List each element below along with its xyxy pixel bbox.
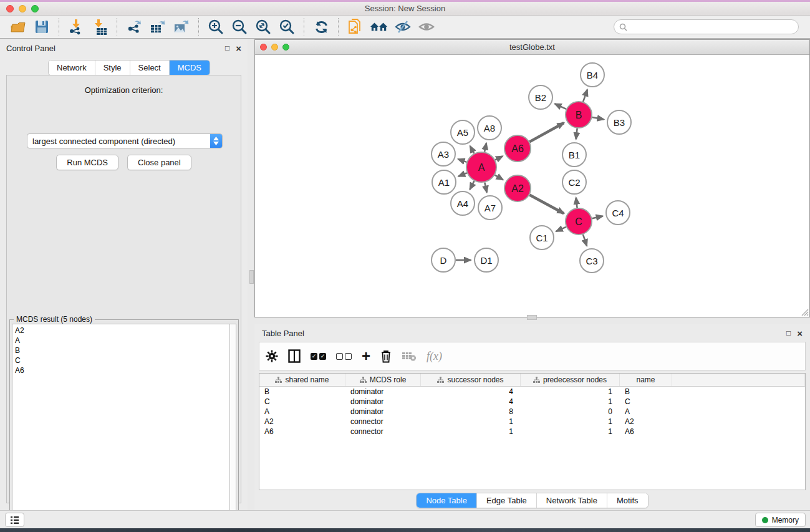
deselect-all-button[interactable] [336,348,352,364]
graph-edge[interactable] [583,90,587,102]
graph-edge[interactable] [592,117,604,119]
graph-edge[interactable] [495,156,503,160]
delete-column-button[interactable] [380,348,392,364]
graph-edge[interactable] [556,227,566,231]
search-box[interactable] [614,19,799,34]
home-views-button[interactable] [370,17,388,36]
table-row[interactable]: Adominator80A [259,407,805,417]
export-image-button[interactable] [172,17,191,36]
graph-edge[interactable] [592,216,602,218]
hide-panel-button[interactable] [393,17,412,36]
mcds-result-list[interactable]: A2ABCA6 [12,324,229,532]
graph-edge[interactable] [576,198,577,208]
zoom-selected-button[interactable] [277,17,296,36]
refresh-layout-button[interactable] [312,17,330,36]
graph-edge[interactable] [529,195,564,213]
result-scrollbar[interactable] [229,324,236,532]
horizontal-splitter-grip[interactable] [527,315,537,320]
graph-edge[interactable] [495,175,503,180]
import-network-button[interactable] [67,17,85,36]
column-header[interactable]: successor nodes [421,374,521,386]
column-header[interactable]: shared name [259,374,345,386]
table-row[interactable]: A2connector11A2 [259,417,805,427]
tab-style[interactable]: Style [95,60,130,75]
graph-edge[interactable] [485,182,486,192]
open-session-button[interactable] [9,17,27,36]
tab-edge-table[interactable]: Edge Table [476,493,536,508]
eye-icon [418,19,435,34]
clone-network-button[interactable] [346,17,365,36]
export-network-icon [126,19,142,35]
export-table-button[interactable] [148,17,167,36]
close-table-panel-icon[interactable]: × [797,329,803,338]
graph-edge[interactable] [529,123,564,142]
import-table-button[interactable] [90,17,109,36]
tab-select[interactable]: Select [130,60,169,75]
memory-label: Memory [772,516,799,525]
tab-network[interactable]: Network [49,60,95,75]
zoom-in-button[interactable] [206,17,225,36]
search-input[interactable] [631,22,793,31]
tab-network-table[interactable]: Network Table [536,493,607,508]
float-table-panel-icon[interactable]: □ [786,329,791,337]
show-panel-button[interactable] [417,17,436,36]
result-item[interactable]: A [15,336,227,346]
unchecked-box-icon [345,353,352,360]
optimization-dropdown[interactable]: largest connected component (directed) [27,133,223,148]
graph-edge[interactable] [555,104,566,109]
add-column-button[interactable]: + [362,348,370,364]
control-panel: Control Panel □ × NetworkStyleSelectMCDS… [0,39,248,510]
table-cell: 8 [421,407,521,417]
memory-button[interactable]: Memory [755,513,806,527]
table-settings-button[interactable] [266,348,278,364]
desktop-background [0,528,810,532]
zoom-out-button[interactable] [230,17,249,36]
network-graph: AA6A2BCA5A8A3A1A4A7B2B4B3B1C2C4C1C3DD1 [255,55,809,317]
table-row[interactable]: A6connector11A6 [259,427,805,437]
result-item[interactable]: C [15,355,227,365]
delete-table-button[interactable] [402,348,417,364]
vertical-splitter-grip[interactable] [249,270,254,284]
column-header[interactable]: name [620,374,672,386]
graph-node-label: C3 [586,256,597,266]
graph-edge[interactable] [583,235,587,246]
column-header[interactable]: MCDS role [345,374,421,386]
table-row[interactable]: Cdominator41C [259,397,805,407]
table-cell: C [620,397,672,407]
function-builder-button[interactable]: f(x) [427,348,442,364]
graph-edge[interactable] [458,159,467,162]
graph-edge[interactable] [470,146,474,153]
tab-motifs[interactable]: Motifs [607,493,648,508]
column-header[interactable]: predecessor nodes [521,374,620,386]
statusbar: Memory [0,510,810,528]
graph-node-label: D [440,255,447,266]
network-canvas[interactable]: AA6A2BCA5A8A3A1A4A7B2B4B3B1C2C4C1C3DD1 [255,55,809,317]
result-item[interactable]: A6 [15,365,227,375]
clone-network-icon [347,18,364,36]
window-resize-grip[interactable] [800,307,809,316]
save-session-button[interactable] [32,17,51,36]
show-columns-button[interactable] [288,348,301,364]
zoom-selected-icon [279,19,295,35]
result-item[interactable]: A2 [15,326,227,336]
toolbar-separator [117,18,117,36]
graph-edge[interactable] [576,128,577,139]
task-history-button[interactable] [5,513,24,527]
columns-icon [288,349,301,363]
float-panel-icon[interactable]: □ [225,44,229,52]
result-item[interactable]: B [15,346,227,355]
graph-edge[interactable] [485,143,486,152]
export-network-button[interactable] [125,17,143,36]
close-panel-button[interactable]: Close panel [127,155,191,170]
tab-node-table[interactable]: Node Table [417,493,476,508]
homes-icon [370,19,388,34]
graph-edge[interactable] [458,173,467,176]
close-panel-icon[interactable]: × [236,44,241,53]
tab-mcds[interactable]: MCDS [169,60,210,75]
graph-node-label: A8 [484,123,495,133]
select-all-button[interactable]: ✓ ✓ [311,348,326,364]
run-mcds-button[interactable]: Run MCDS [56,155,118,170]
graph-edge[interactable] [470,181,474,190]
table-row[interactable]: Bdominator41B [259,387,805,397]
zoom-fit-button[interactable] [254,17,272,36]
